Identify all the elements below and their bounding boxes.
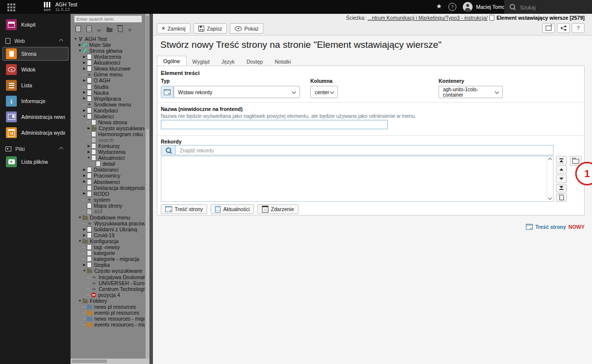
footer-record-link[interactable]: Treść strony	[535, 224, 566, 230]
tree-item-kandydaci[interactable]: ▶Kandydaci	[72, 108, 145, 113]
tree-item-main-site[interactable]: ▶Main Site	[72, 42, 145, 48]
help-icon[interactable]: ?	[448, 3, 456, 11]
expand-toggle-icon[interactable]: ▶	[82, 91, 87, 94]
collapse-toggle-icon[interactable]: ▼	[73, 37, 78, 41]
collapse-toggle-icon[interactable]: ▼	[77, 49, 82, 53]
collapse-toggle-icon[interactable]: ▼	[86, 156, 91, 160]
zamknij-button[interactable]: ×Zamknij	[157, 23, 190, 34]
tab-wygląd[interactable]: Wygląd	[186, 57, 216, 66]
expand-toggle-icon[interactable]: ▶	[82, 192, 87, 195]
expand-toggle-icon[interactable]: ▶	[86, 145, 91, 148]
scroll-down-icon[interactable]	[548, 196, 552, 200]
tree-item-deklaracja-dostępności[interactable]: Deklaracja dostępności	[72, 185, 145, 191]
tree-item-404[interactable]: 404	[72, 209, 145, 215]
tree-item-nauka[interactable]: ▶Nauka	[72, 90, 145, 96]
find-records-input[interactable]	[176, 145, 554, 155]
module-informacje[interactable]: iInformacje	[2, 94, 69, 108]
breadcrumb-link[interactable]: ...ntrum Komunikacji i Marketingu/Typo3 …	[368, 15, 487, 21]
tree-item-kategorie[interactable]: kategorie	[72, 250, 145, 256]
new-link-button[interactable]: ∞	[97, 25, 101, 34]
new-page-button[interactable]	[75, 25, 81, 34]
records-listbox[interactable]	[161, 156, 554, 202]
tab-język[interactable]: Język	[216, 57, 241, 66]
sidebar-section-pliki[interactable]: Pliki	[0, 144, 71, 154]
tree-item-strona-główna[interactable]: ▼Strona główna	[72, 48, 145, 54]
move-to-top-button[interactable]	[556, 156, 567, 164]
tree-item-universeh-europejski-u[interactable]: ∞UNIVERSEH - Europejski U	[72, 280, 145, 286]
collapse-toggle-icon[interactable]: ▼	[82, 115, 87, 118]
tree-item-centrum-technologii-kosm[interactable]: ∞Centrum Technologii Kosm	[72, 286, 145, 292]
listbox-scrollbar[interactable]	[547, 156, 553, 201]
panel-splitter[interactable]	[149, 14, 153, 364]
move-down-button[interactable]	[556, 175, 567, 183]
tree-item-mapa-strony[interactable]: Mapa strony	[72, 203, 145, 209]
tree-item-kategorie-migracja[interactable]: kategorie - migracja	[72, 256, 145, 262]
module-widok[interactable]: Widok	[2, 63, 69, 76]
collapse-toggle-icon[interactable]: ▼	[82, 269, 87, 273]
open-in-new-window-button[interactable]	[542, 23, 555, 33]
collapse-toggle-icon[interactable]: ▼	[77, 216, 82, 219]
tab-dostęp[interactable]: Dostęp	[241, 57, 269, 66]
expand-toggle-icon[interactable]: ▶	[86, 150, 91, 154]
tree-item-absolwenci[interactable]: ▶Absolwenci	[72, 179, 145, 185]
module-kokpit[interactable]: Kokpit	[2, 18, 69, 32]
new-content-page-button[interactable]	[86, 25, 92, 34]
collapse-toggle-icon[interactable]: ▼	[77, 240, 82, 243]
tree-item-detail[interactable]: detail	[72, 161, 145, 167]
module-lista[interactable]: Lista	[2, 78, 69, 92]
expand-toggle-icon[interactable]: ▶	[82, 168, 87, 172]
expand-toggle-icon[interactable]: ▶	[82, 109, 87, 112]
module-administracja-wydarzeń[interactable]: Administracja wydarzeń	[2, 126, 69, 140]
tree-vertical-scrollbar[interactable]	[146, 14, 149, 359]
tree-item-news-pl-resources[interactable]: news pl resources	[72, 304, 145, 310]
tree-item-foldery[interactable]: ▼Foldery	[72, 298, 145, 304]
tab-ogólne[interactable]: Ogólne	[157, 56, 186, 66]
tree-item-pracownicy[interactable]: ▶Pracownicy	[72, 173, 145, 179]
tree-horizontal-scrollbar[interactable]	[71, 359, 149, 364]
tree-item-solidarni-z-ukrainą[interactable]: ▶Solidarni z Ukrainą	[72, 226, 145, 232]
expand-toggle-icon[interactable]: ▶	[86, 127, 91, 130]
topbar-search[interactable]	[504, 0, 592, 14]
typ-select[interactable]: Wstaw rekordy	[174, 86, 300, 98]
expand-toggle-icon[interactable]: ▶	[82, 174, 87, 178]
tree-item-aktualności[interactable]: ▶Aktualności	[72, 60, 145, 66]
new-spacer-button[interactable]: ÷	[128, 25, 132, 34]
scrollbar-thumb[interactable]	[72, 360, 107, 363]
scrollbar-thumb[interactable]	[146, 16, 149, 129]
tree-item-system[interactable]: ÷system	[72, 197, 145, 203]
expand-toggle-icon[interactable]: ▶	[82, 61, 87, 65]
tree-item-słowa-kluczowe[interactable]: ▶Słowa kluczowe	[72, 66, 145, 72]
topbar-search-input[interactable]	[519, 2, 590, 13]
tree-item-środkowe-menu[interactable]: ÷Środkowe menu	[72, 102, 145, 108]
find-records-button[interactable]	[161, 145, 176, 155]
expand-toggle-icon[interactable]: ▶	[82, 234, 87, 237]
module-administracja-newsów[interactable]: Administracja newsów	[2, 110, 69, 124]
tree-item-konkursy[interactable]: ▶Konkursy	[72, 143, 145, 149]
scroll-up-icon[interactable]	[548, 158, 552, 162]
tree-item-stopka[interactable]: ▶Stopka	[72, 262, 145, 268]
expand-toggle-icon[interactable]: ▶	[82, 97, 87, 100]
kolumna-select[interactable]: center	[310, 86, 338, 98]
tree-item-harmonogram-roku-akademi[interactable]: Harmonogram roku akademi	[72, 131, 145, 137]
expand-toggle-icon[interactable]: ▶	[82, 228, 87, 231]
collapse-toggle-icon[interactable]: ▼	[77, 299, 82, 303]
tree-item-rodo[interactable]: ▶RODO	[72, 191, 145, 197]
new-folder-button[interactable]	[107, 25, 112, 34]
share-button[interactable]	[557, 23, 570, 33]
expand-toggle-icon[interactable]: ▶	[82, 263, 87, 267]
tree-item-doktoranci[interactable]: ▶Doktoranci	[72, 167, 145, 173]
tree-item-studia[interactable]: Studia	[72, 84, 145, 90]
tree-item-o-agh[interactable]: ▶O AGH	[72, 77, 145, 83]
add-aktualności-button[interactable]: Aktualności	[211, 204, 254, 214]
tree-item-często-wyszukiwane[interactable]: ▼Często wyszukiwane	[72, 268, 145, 274]
nazwa-input[interactable]	[161, 120, 388, 129]
tree-item-nowa-strona[interactable]: Nowa strona	[72, 119, 145, 125]
tree-item-news-resources-migrated[interactable]: news resources - migrated	[72, 316, 145, 322]
help-button[interactable]: ?	[572, 23, 585, 33]
tree-item-dodatkowe-menu[interactable]: ▼Dodatkowe menu	[72, 215, 145, 220]
trash-button[interactable]	[118, 25, 123, 34]
tree-search-input[interactable]	[74, 15, 142, 23]
add-treść-strony-button[interactable]: Treść strony	[161, 204, 207, 214]
kontenery-select[interactable]: agh-units-1cols-container	[439, 86, 503, 98]
tree-item-search[interactable]: search	[72, 137, 145, 143]
